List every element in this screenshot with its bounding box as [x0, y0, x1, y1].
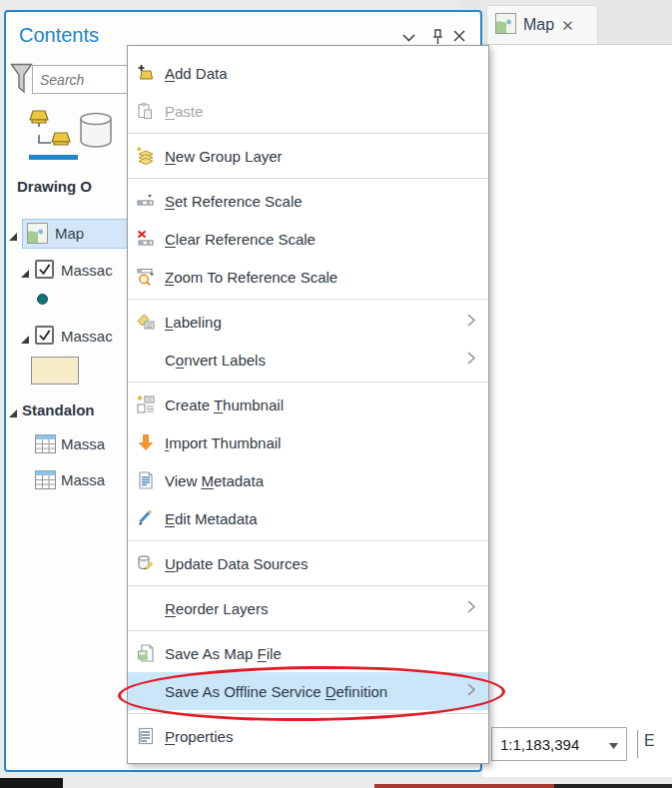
tab-data-source-icon[interactable]	[78, 111, 114, 153]
menu-item-label: Save As Offline Service Definition	[165, 683, 387, 700]
menu-item-label: Edit Metadata	[165, 510, 258, 527]
menu-item-label: Labeling	[165, 314, 222, 331]
context-menu: Add DataPasteNew Group LayerSet Referenc…	[127, 45, 489, 764]
menu-item-label: Update Data Sources	[165, 555, 308, 572]
menu-item-labeling[interactable]: Labeling	[128, 303, 488, 341]
table1-icon	[35, 434, 56, 457]
map-expander-icon[interactable]	[8, 228, 18, 238]
map-view-canvas[interactable]	[482, 44, 672, 777]
paste-icon	[136, 101, 156, 121]
filter-funnel-icon[interactable]	[10, 63, 33, 98]
layer2-label[interactable]: Massac	[61, 328, 129, 345]
zoom-to-reference-scale-icon	[136, 267, 156, 287]
set-reference-scale-icon	[136, 191, 156, 211]
map-tab-icon	[495, 13, 516, 38]
menu-item-clear-reference-scale[interactable]: Clear Reference Scale	[128, 220, 488, 258]
submenu-chevron-icon	[467, 313, 475, 331]
table1-label[interactable]: Massa	[61, 435, 129, 452]
layer1-checkbox[interactable]	[35, 260, 54, 279]
statusbar-divider	[637, 730, 638, 758]
menu-separator	[128, 178, 488, 179]
bottom-black-bar	[0, 778, 63, 788]
menu-item-view-metadata[interactable]: View Metadata	[128, 461, 488, 499]
menu-item-paste: Paste	[128, 92, 488, 130]
new-group-layer-icon	[136, 146, 156, 166]
menu-item-label: Reorder Layers	[165, 600, 268, 617]
create-thumbnail-icon	[136, 394, 156, 414]
save-as-map-file-icon	[136, 643, 156, 663]
submenu-chevron-icon	[467, 599, 475, 617]
polygon-symbol-swatch[interactable]	[31, 357, 79, 385]
map-tab-label: Map	[523, 16, 554, 34]
menu-item-label: Add Data	[165, 65, 228, 82]
menu-item-label: Zoom To Reference Scale	[165, 269, 337, 286]
standalone-tables-heading[interactable]: Standalon	[22, 401, 129, 418]
labeling-icon	[136, 312, 156, 332]
menu-item-import-thumbnail[interactable]: Import Thumbnail	[128, 423, 488, 461]
tab-map[interactable]: Map ✕	[486, 5, 598, 44]
map-scale-combobox[interactable]: 1:1,183,394	[491, 727, 627, 761]
layer2-checkbox[interactable]	[35, 326, 54, 345]
map-scale-value: 1:1,183,394	[500, 736, 609, 753]
menu-item-zoom-to-reference-scale[interactable]: Zoom To Reference Scale	[128, 258, 488, 296]
menu-item-add-data[interactable]: Add Data	[128, 54, 488, 92]
map-item-icon	[27, 223, 48, 248]
menu-item-label: Convert Labels	[165, 352, 266, 369]
menu-separator	[128, 299, 488, 300]
search-input[interactable]	[32, 65, 132, 94]
menu-item-set-reference-scale[interactable]: Set Reference Scale	[128, 182, 488, 220]
menu-item-save-as-map-file[interactable]: Save As Map File	[128, 634, 488, 672]
menu-item-create-thumbnail[interactable]: Create Thumbnail	[128, 386, 488, 423]
menu-item-reorder-layers[interactable]: Reorder Layers	[128, 589, 488, 627]
submenu-chevron-icon	[467, 682, 475, 700]
menu-item-convert-labels[interactable]: Convert Labels	[128, 341, 488, 379]
layer1-label[interactable]: Massac	[61, 262, 129, 279]
menu-item-label: Clear Reference Scale	[165, 231, 316, 248]
menu-separator	[128, 630, 488, 631]
statusbar-partial-text: E	[644, 732, 655, 750]
update-data-sources-icon	[136, 553, 156, 573]
tab-close-icon[interactable]: ✕	[561, 18, 574, 33]
menu-separator	[128, 713, 488, 714]
pane-title: Contents	[19, 24, 99, 47]
point-symbol-swatch[interactable]	[37, 294, 48, 305]
menu-item-label: Import Thumbnail	[165, 434, 281, 451]
menu-item-update-data-sources[interactable]: Update Data Sources	[128, 544, 488, 582]
import-thumbnail-icon	[136, 432, 156, 452]
active-tab-indicator	[29, 155, 78, 160]
menu-separator	[128, 133, 488, 134]
edit-metadata-icon	[136, 508, 156, 528]
menu-item-label: Paste	[165, 103, 203, 120]
app-window: Map ✕ 1:1,183,394 E Contents	[0, 0, 672, 788]
bottom-red-strip	[374, 784, 554, 788]
drawing-order-heading: Drawing O	[17, 178, 129, 195]
blank-icon	[136, 598, 156, 618]
menu-separator	[128, 540, 488, 541]
menu-item-label: Properties	[165, 728, 233, 745]
submenu-chevron-icon	[467, 351, 475, 369]
layer2-expander-icon[interactable]	[20, 331, 30, 341]
menu-item-label: New Group Layer	[165, 148, 283, 165]
tab-drawing-order-icon[interactable]	[29, 107, 73, 155]
properties-icon	[136, 726, 156, 746]
menu-item-new-group-layer[interactable]: New Group Layer	[128, 137, 488, 175]
menu-item-label: View Metadata	[165, 472, 264, 489]
map-item-label[interactable]: Map	[55, 225, 84, 242]
standalone-expander-icon[interactable]	[8, 404, 18, 414]
layer1-expander-icon[interactable]	[20, 265, 30, 275]
table2-label[interactable]: Massa	[61, 471, 129, 488]
menu-item-label: Save As Map File	[165, 645, 282, 662]
menu-item-save-as-offline-service-definition[interactable]: Save As Offline Service Definition	[128, 672, 488, 710]
menu-item-properties[interactable]: Properties	[128, 717, 488, 755]
blank-icon	[136, 350, 156, 370]
menu-separator	[128, 585, 488, 586]
add-data-icon	[136, 63, 156, 83]
table2-icon	[35, 470, 56, 493]
blank-icon	[136, 681, 156, 701]
scale-dropdown-caret-icon[interactable]	[609, 735, 618, 753]
menu-item-edit-metadata[interactable]: Edit Metadata	[128, 499, 488, 537]
bottom-dark-strip	[554, 784, 672, 788]
menu-separator	[128, 382, 488, 383]
menu-item-label: Create Thumbnail	[165, 396, 284, 413]
clear-reference-scale-icon	[136, 229, 156, 249]
